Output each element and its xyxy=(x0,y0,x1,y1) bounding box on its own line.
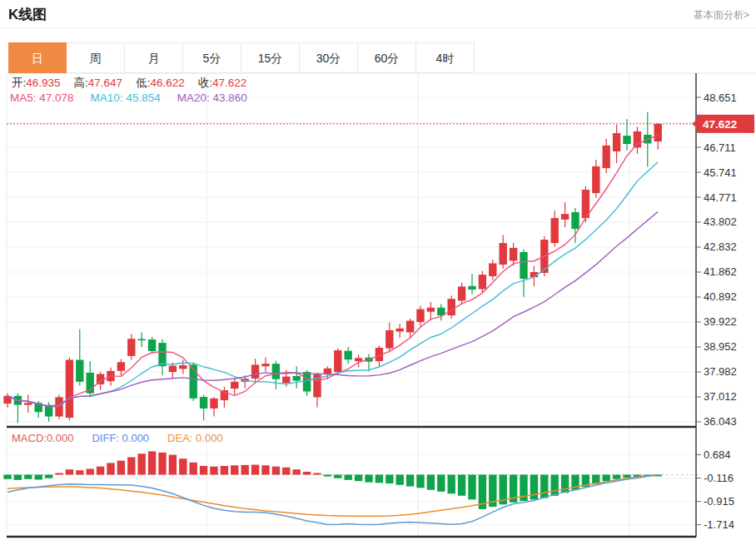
ma5-label: MA5: xyxy=(10,92,37,104)
ma20-value: 43.860 xyxy=(212,92,246,104)
svg-text:48.651: 48.651 xyxy=(704,92,737,104)
current-price-tag: 47.622 xyxy=(692,115,754,133)
tab-30分[interactable]: 30分 xyxy=(300,42,358,73)
open-label: 开: xyxy=(12,77,26,89)
svg-text:36.043: 36.043 xyxy=(704,415,737,428)
svg-text:44.771: 44.771 xyxy=(704,191,737,204)
diff-value: 0.000 xyxy=(122,432,150,444)
diff-label: DIFF: xyxy=(92,432,119,444)
ma10-value: 45.854 xyxy=(126,92,160,104)
ma-readout: MA5: 47.078 MA10: 45.854 MA20: 43.860 xyxy=(10,92,247,104)
high-value: 47.647 xyxy=(88,77,122,89)
ma10-label: MA10: xyxy=(91,92,123,104)
ma5-value: 47.078 xyxy=(39,92,73,104)
tab-4时[interactable]: 4时 xyxy=(416,42,475,73)
dea-value: 0.000 xyxy=(196,432,223,444)
svg-text:45.741: 45.741 xyxy=(704,166,737,179)
close-label: 收: xyxy=(198,77,212,89)
svg-text:40.892: 40.892 xyxy=(704,290,737,303)
tab-5分[interactable]: 5分 xyxy=(183,42,241,73)
close-value: 47.622 xyxy=(212,77,246,89)
dea-label: DEA: xyxy=(167,432,192,444)
tab-月[interactable]: 月 xyxy=(125,42,183,73)
svg-text:-0.116: -0.116 xyxy=(704,472,734,484)
svg-text:0.684: 0.684 xyxy=(704,448,731,461)
low-value: 46.622 xyxy=(150,77,184,89)
high-label: 高: xyxy=(74,77,88,89)
svg-text:-1.714: -1.714 xyxy=(704,518,734,531)
macd-value: 0.000 xyxy=(47,432,74,444)
open-value: 46.935 xyxy=(26,77,60,89)
ma20-label: MA20: xyxy=(177,92,210,104)
timeframe-tabs: 日周月5分15分30分60分4时 xyxy=(8,42,475,73)
svg-text:39.922: 39.922 xyxy=(704,315,737,328)
macd-label: MACD: xyxy=(12,432,47,444)
svg-text:47.622: 47.622 xyxy=(703,118,737,131)
svg-text:-0.915: -0.915 xyxy=(704,495,734,508)
low-label: 低: xyxy=(136,77,150,89)
tab-日[interactable]: 日 xyxy=(8,42,67,73)
fundamental-analysis-link[interactable]: 基本面分析> xyxy=(694,8,749,22)
page-title: K线图 xyxy=(8,5,47,24)
svg-text:41.862: 41.862 xyxy=(704,265,737,278)
svg-text:37.012: 37.012 xyxy=(704,390,737,403)
svg-text:37.982: 37.982 xyxy=(704,365,737,378)
tab-周[interactable]: 周 xyxy=(67,42,125,73)
tab-15分[interactable]: 15分 xyxy=(241,42,300,73)
svg-text:42.832: 42.832 xyxy=(704,240,737,253)
svg-text:43.802: 43.802 xyxy=(704,216,737,228)
ohlc-readout: 开:46.935 高:47.647 低:46.622 收:47.622 xyxy=(12,76,246,91)
macd-readout: MACD:0.000 DIFF: 0.000 DEA: 0.000 xyxy=(12,432,223,444)
tab-60分[interactable]: 60分 xyxy=(358,42,416,73)
svg-text:38.952: 38.952 xyxy=(704,340,737,353)
svg-text:46.711: 46.711 xyxy=(704,141,736,154)
